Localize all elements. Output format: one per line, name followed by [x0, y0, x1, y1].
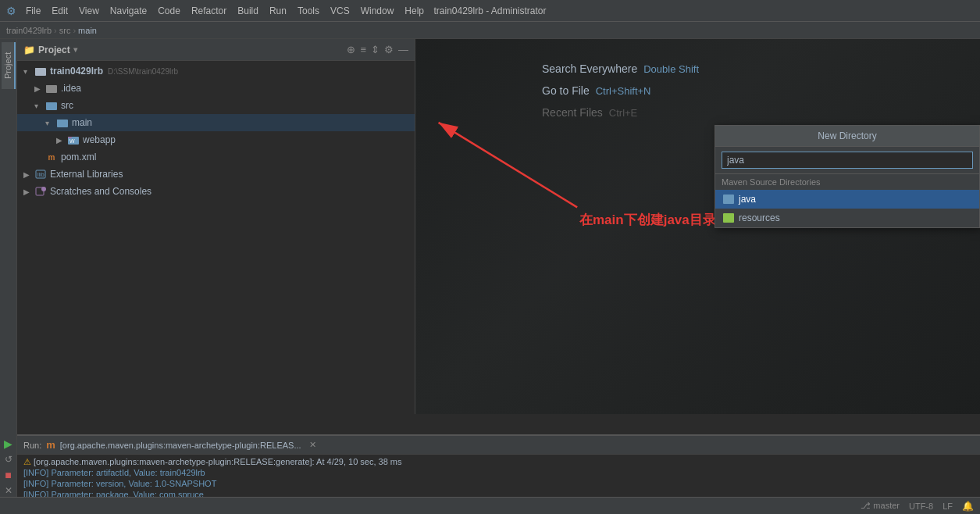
project-header-icons: ⊕ ≡ ⇕ ⚙ —	[347, 44, 408, 55]
git-branch-icon[interactable]: ⎇ master	[861, 501, 900, 511]
play-button[interactable]: ▶	[2, 437, 15, 450]
tree-item-scratch[interactable]: ▶ Scratches and Consoles	[17, 183, 415, 200]
folder-icon-java	[723, 195, 734, 204]
popup-title: New Directory	[715, 126, 979, 147]
menu-vcs[interactable]: VCS	[326, 4, 355, 18]
new-directory-input[interactable]	[722, 152, 973, 169]
app-icon: ⚙	[6, 5, 16, 17]
stop-button[interactable]: ■	[2, 469, 15, 481]
search-everywhere-hint: Search Everywhere Double Shift	[542, 62, 699, 75]
popup-item-java[interactable]: java	[715, 190, 979, 209]
menu-run[interactable]: Run	[265, 4, 291, 18]
breadcrumb-part-3[interactable]: main	[78, 26, 97, 35]
breadcrumb-part-2[interactable]: src	[59, 26, 71, 35]
menu-bar: File Edit View Navigate Code Refactor Bu…	[21, 4, 429, 18]
title-bar: ⚙ File Edit View Navigate Code Refactor …	[0, 0, 980, 22]
collapse-all-icon[interactable]: ≡	[360, 44, 366, 55]
project-panel-header: 📁 Project ▾ ⊕ ≡ ⇕ ⚙ —	[17, 39, 415, 61]
svg-rect-5	[46, 102, 50, 104]
tree-item-main[interactable]: ▾ main	[17, 114, 415, 131]
left-sidebar-icons: Project	[0, 39, 17, 434]
folder-icon-resources	[723, 213, 734, 223]
svg-rect-1	[35, 68, 40, 70]
expand-all-icon[interactable]: ⇕	[371, 44, 380, 55]
popup-item-resources[interactable]: resources	[715, 209, 979, 227]
close-icon[interactable]: —	[398, 44, 408, 55]
svg-point-14	[41, 187, 46, 191]
locate-icon[interactable]: ⊕	[347, 44, 355, 55]
close-run-button[interactable]: ✕	[2, 484, 15, 497]
menu-refactor[interactable]: Refactor	[187, 4, 231, 18]
menu-edit[interactable]: Edit	[47, 4, 73, 18]
menu-tools[interactable]: Tools	[293, 4, 324, 18]
breadcrumb: train0429lrb › src › main	[0, 22, 980, 39]
new-directory-popup: New Directory Maven Source Directories j…	[715, 125, 980, 228]
popup-input-section	[715, 147, 979, 174]
bottom-bar: ⎇ master UTF-8 LF 🔔	[0, 497, 980, 514]
menu-build[interactable]: Build	[233, 4, 263, 18]
menu-view[interactable]: View	[74, 4, 104, 18]
folder-icon: 📁	[23, 45, 35, 55]
project-panel: 📁 Project ▾ ⊕ ≡ ⇕ ⚙ — ▾ train0429lrb D:\…	[17, 39, 415, 414]
encoding-indicator[interactable]: UTF-8	[909, 502, 933, 511]
run-tab-icon: m	[46, 439, 55, 451]
dropdown-arrow[interactable]: ▾	[73, 45, 77, 54]
tree-item-src[interactable]: ▾ src	[17, 97, 415, 114]
run-line-0: ⚠ [org.apache.maven.plugins:maven-archet…	[23, 456, 974, 467]
run-tab-label: Run:	[23, 441, 41, 450]
maven-section-label: Maven Source Directories	[715, 174, 979, 190]
go-to-file-hint: Go to File Ctrl+Shift+N	[542, 84, 699, 97]
svg-rect-7	[57, 120, 61, 121]
tree-item-webapp[interactable]: ▶ W webapp	[17, 131, 415, 148]
run-panel-content: ⚠ [org.apache.maven.plugins:maven-archet…	[17, 455, 980, 498]
warn-icon-0: ⚠	[23, 457, 31, 466]
run-tab-close[interactable]: ✕	[309, 440, 316, 450]
run-panel: Run: m [org.apache.maven.plugins:maven-a…	[17, 434, 980, 497]
menu-navigate[interactable]: Navigate	[105, 4, 151, 18]
notifications-icon[interactable]: 🔔	[962, 501, 974, 512]
run-line-2: [INFO] Parameter: version, Value: 1.0-SN…	[23, 478, 974, 489]
search-hints: Search Everywhere Double Shift Go to Fil…	[542, 62, 699, 128]
content-area: Search Everywhere Double Shift Go to Fil…	[415, 39, 980, 414]
tree-item-pom[interactable]: ▶ m pom.xml	[17, 148, 415, 166]
project-sidebar-tab[interactable]: Project	[2, 42, 16, 89]
tree-item-idea[interactable]: ▶ .idea	[17, 80, 415, 97]
main-layout: 📁 Project ▾ ⊕ ≡ ⇕ ⚙ — ▾ train0429lrb D:\…	[17, 39, 980, 414]
run-tab-text[interactable]: [org.apache.maven.plugins:maven-archetyp…	[60, 441, 301, 450]
rerun-button[interactable]: ↺	[2, 453, 15, 466]
line-separator-indicator[interactable]: LF	[943, 502, 953, 511]
run-line-1: [INFO] Parameter: artifactId, Value: tra…	[23, 467, 974, 478]
project-title: 📁 Project ▾	[23, 45, 77, 55]
tree-item-root[interactable]: ▾ train0429lrb D:\SSM\train0429lrb	[17, 62, 415, 80]
tree-item-extlib[interactable]: ▶ llib External Libraries	[17, 166, 415, 183]
svg-text:W: W	[69, 138, 75, 144]
breadcrumb-part-1[interactable]: train0429lrb	[6, 26, 52, 35]
run-panel-header: Run: m [org.apache.maven.plugins:maven-a…	[17, 436, 980, 455]
file-tree: ▾ train0429lrb D:\SSM\train0429lrb ▶ .id…	[17, 61, 415, 414]
menu-file[interactable]: File	[21, 4, 45, 18]
menu-window[interactable]: Window	[356, 4, 399, 18]
run-panel-left-controls: ▶ ↺ ■ ✕	[0, 434, 17, 497]
menu-help[interactable]: Help	[400, 4, 429, 18]
menu-code[interactable]: Code	[153, 4, 185, 18]
svg-text:llib: llib	[37, 172, 45, 177]
svg-rect-3	[46, 85, 50, 87]
recent-files-hint: Recent Files Ctrl+E	[542, 106, 699, 119]
window-title: train0429lrb - Administrator	[433, 5, 546, 16]
settings-icon[interactable]: ⚙	[384, 44, 394, 55]
